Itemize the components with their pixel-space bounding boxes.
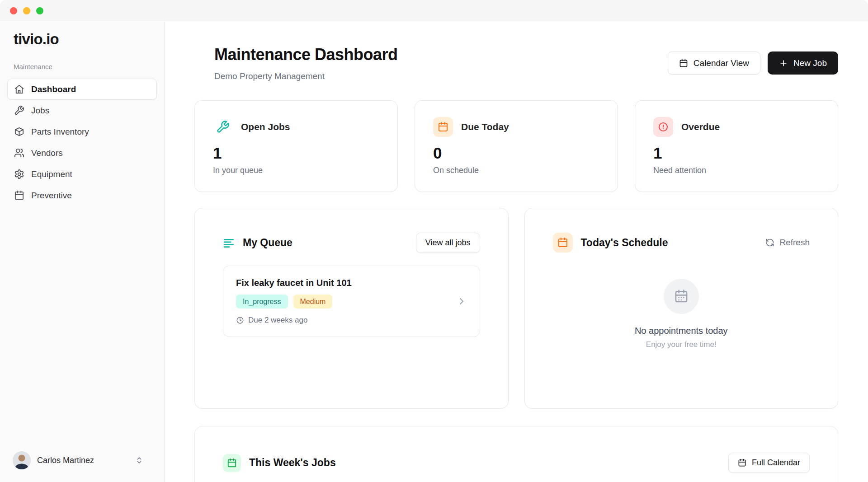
home-icon	[14, 84, 24, 94]
refresh-label: Refresh	[779, 238, 810, 248]
alert-circle-icon	[653, 117, 673, 137]
sidebar-nav: Dashboard Jobs Parts Inventory	[0, 79, 164, 206]
user-menu[interactable]: Carlos Martinez	[0, 451, 164, 469]
stat-value: 1	[653, 144, 820, 162]
my-queue-panel: My Queue View all jobs Fix leaky faucet …	[194, 208, 509, 409]
sidebar-item-label: Vendors	[31, 148, 63, 158]
sidebar-item-equipment[interactable]: Equipment	[7, 164, 157, 185]
calendar-icon	[433, 117, 453, 137]
sidebar-item-preventive[interactable]: Preventive	[7, 185, 157, 206]
this-weeks-jobs-title: This Week's Jobs	[249, 457, 336, 469]
job-card[interactable]: Fix leaky faucet in Unit 101 In_progress…	[223, 266, 480, 337]
stat-label: Overdue	[681, 122, 720, 132]
sidebar-item-parts-inventory[interactable]: Parts Inventory	[7, 121, 157, 142]
header-actions: Calendar View New Job	[668, 51, 838, 75]
calendar-view-label: Calendar View	[693, 58, 749, 68]
refresh-icon	[765, 238, 774, 247]
job-status-badge: In_progress	[236, 295, 288, 309]
stat-label: Due Today	[461, 122, 509, 132]
sidebar-item-label: Parts Inventory	[31, 127, 89, 137]
stat-caption: In your queue	[213, 166, 379, 175]
calendar-icon	[553, 233, 573, 253]
schedule-empty-state: No appointments today Enjoy your free ti…	[553, 279, 810, 349]
zoom-button[interactable]	[36, 7, 43, 14]
full-calendar-label: Full Calendar	[752, 458, 800, 468]
calendar-icon	[14, 190, 24, 201]
plus-icon	[779, 59, 788, 68]
stat-caption: On schedule	[433, 166, 599, 175]
users-icon	[14, 148, 24, 158]
clock-icon	[236, 316, 244, 324]
job-due-text: Due 2 weeks ago	[248, 316, 307, 325]
user-name: Carlos Martinez	[37, 456, 129, 465]
queue-list-icon	[223, 237, 235, 249]
sidebar-section-label: Maintenance	[0, 63, 164, 70]
new-job-button[interactable]: New Job	[768, 51, 838, 75]
app-logo: tivio.io	[0, 30, 164, 48]
calendar-icon	[664, 279, 699, 314]
minimize-button[interactable]	[23, 7, 30, 14]
calendar-view-button[interactable]: Calendar View	[668, 51, 760, 75]
sidebar-item-label: Preventive	[31, 191, 72, 201]
sidebar-item-label: Jobs	[31, 106, 49, 116]
job-title: Fix leaky faucet in Unit 101	[236, 278, 352, 288]
stat-card-open-jobs: Open Jobs 1 In your queue	[194, 100, 398, 192]
this-weeks-jobs-panel: This Week's Jobs Full Calendar	[194, 426, 838, 482]
chevron-right-icon	[456, 296, 467, 307]
page-header: Maintenance Dashboard Demo Property Mana…	[194, 45, 838, 81]
page-title: Maintenance Dashboard	[214, 45, 398, 64]
my-queue-title: My Queue	[243, 237, 292, 249]
view-all-jobs-button[interactable]: View all jobs	[416, 233, 480, 253]
todays-schedule-title: Today's Schedule	[581, 237, 668, 249]
stat-value: 1	[213, 144, 379, 162]
main-content: Maintenance Dashboard Demo Property Mana…	[165, 21, 868, 482]
sidebar-item-vendors[interactable]: Vendors	[7, 142, 157, 164]
package-icon	[14, 126, 24, 137]
todays-schedule-panel: Today's Schedule Refresh	[524, 208, 839, 409]
calendar-icon	[738, 459, 746, 467]
wrench-icon	[14, 105, 24, 116]
empty-state-title: No appointments today	[635, 326, 728, 336]
empty-state-subtitle: Enjoy your free time!	[646, 340, 717, 349]
titlebar	[0, 0, 868, 21]
stat-card-due-today: Due Today 0 On schedule	[415, 100, 618, 192]
sidebar-item-jobs[interactable]: Jobs	[7, 100, 157, 121]
full-calendar-button[interactable]: Full Calendar	[728, 453, 810, 473]
job-priority-badge: Medium	[293, 295, 333, 309]
calendar-icon	[223, 454, 241, 472]
page-subtitle: Demo Property Management	[214, 71, 398, 81]
gear-icon	[14, 169, 24, 179]
calendar-icon	[679, 59, 688, 68]
stat-label: Open Jobs	[241, 122, 290, 132]
stat-card-overdue: Overdue 1 Need attention	[635, 100, 838, 192]
refresh-button[interactable]: Refresh	[765, 238, 810, 248]
stats-row: Open Jobs 1 In your queue Due Today 0 On…	[194, 100, 838, 192]
sidebar-item-dashboard[interactable]: Dashboard	[7, 79, 157, 100]
avatar	[13, 451, 31, 469]
app-window: tivio.io Maintenance Dashboard Jobs	[0, 0, 868, 482]
new-job-label: New Job	[793, 58, 827, 68]
sidebar: tivio.io Maintenance Dashboard Jobs	[0, 21, 165, 482]
sidebar-item-label: Dashboard	[31, 84, 76, 94]
tools-icon	[213, 117, 233, 137]
stat-value: 0	[433, 144, 599, 162]
stat-caption: Need attention	[653, 166, 820, 175]
chevron-up-down-icon	[135, 456, 143, 464]
panels-row: My Queue View all jobs Fix leaky faucet …	[194, 208, 838, 409]
sidebar-item-label: Equipment	[31, 169, 72, 179]
close-button[interactable]	[10, 7, 17, 14]
